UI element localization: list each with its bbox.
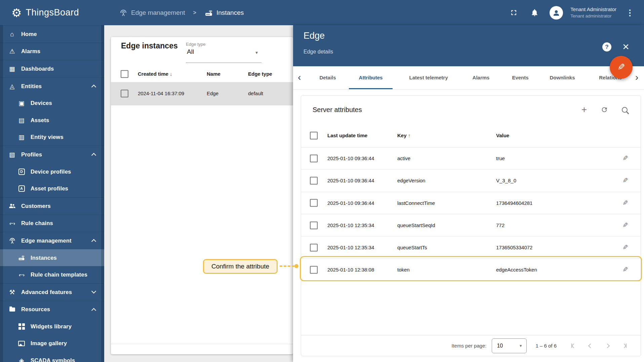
tab-downlinks[interactable]: Downlinks bbox=[550, 66, 575, 89]
sidebar-item-advanced-features[interactable]: ⚒ Advanced features bbox=[0, 283, 104, 301]
edit-attribute-icon[interactable]: ✎ bbox=[618, 170, 632, 191]
help-icon[interactable]: ? bbox=[602, 42, 611, 51]
page-title: Edge instances bbox=[121, 41, 178, 50]
table-row-highlighted[interactable]: 2025-01-10 12:38:08 token edgeAccessToke… bbox=[301, 259, 641, 281]
last-page-icon[interactable] bbox=[622, 343, 627, 348]
table-row[interactable]: 2025-01-10 09:36:44 edgeVersion V_3_8_0 … bbox=[301, 170, 641, 192]
edit-attribute-icon[interactable]: ✎ bbox=[618, 214, 632, 236]
customers-icon bbox=[7, 202, 17, 210]
table-row[interactable]: 2025-01-10 09:36:44 lastConnectTime 1736… bbox=[301, 192, 641, 214]
sidebar-scrollbar-left[interactable] bbox=[0, 25, 3, 362]
sort-desc-icon: ↓ bbox=[170, 71, 172, 77]
tabs-scroll-right-icon[interactable]: › bbox=[635, 66, 638, 88]
select-all-checkbox[interactable] bbox=[121, 70, 128, 78]
column-created-time[interactable]: Created time ↓ bbox=[138, 66, 172, 82]
sidebar-item-resources[interactable]: Resources bbox=[0, 301, 104, 318]
sidebar-item-profiles[interactable]: ▧ Profiles bbox=[0, 146, 104, 163]
row-checkbox[interactable] bbox=[310, 154, 318, 162]
row-checkbox[interactable] bbox=[310, 199, 318, 207]
breadcrumb-section[interactable]: Edge management bbox=[131, 9, 185, 16]
cell-last-update-time: 2025-01-10 12:38:08 bbox=[327, 259, 374, 281]
select-all-checkbox[interactable] bbox=[310, 132, 318, 140]
table-row[interactable]: 2025-01-10 12:35:34 queueStartSeqId 772 … bbox=[301, 214, 641, 237]
user-avatar[interactable] bbox=[550, 6, 563, 20]
tab-events[interactable]: Events bbox=[512, 66, 528, 89]
more-menu-icon[interactable]: ⋮ bbox=[626, 8, 634, 17]
app-logo[interactable]: ⚙ ThingsBoard bbox=[0, 0, 104, 25]
tabs-scroll-left-icon[interactable]: ‹ bbox=[298, 66, 301, 88]
row-checkbox[interactable] bbox=[310, 221, 318, 229]
sidebar-item-alarms[interactable]: ⚠ Alarms bbox=[0, 43, 104, 60]
column-edge-type[interactable]: Edge type bbox=[248, 66, 272, 82]
dropdown-caret-icon[interactable]: ▾ bbox=[255, 50, 258, 55]
sidebar-item-dashboards[interactable]: ▦ Dashboards bbox=[0, 60, 104, 77]
instances-icon bbox=[204, 8, 213, 17]
sidebar-item-rule-chains[interactable]: ‹··› Rule chains bbox=[0, 215, 104, 232]
sidebar-item-entity-views[interactable]: ▥ Entity views bbox=[0, 129, 104, 146]
sidebar-item-label: Rule chains bbox=[21, 220, 53, 226]
home-icon: ⌂ bbox=[7, 31, 17, 37]
user-name: Tenant Administrator bbox=[570, 6, 616, 13]
instances-table-header: Created time ↓ Name Edge type bbox=[111, 66, 293, 82]
sidebar: ⚙ ThingsBoard ⌂ Home ⚠ Alarms ▦ Dashboar… bbox=[0, 0, 104, 362]
table-row[interactable]: 2025-01-10 09:36:44 active true ✎ bbox=[301, 147, 641, 170]
table-row[interactable]: 2025-01-10 12:35:34 queueStartTs 1736505… bbox=[301, 237, 641, 259]
edit-attribute-icon[interactable]: ✎ bbox=[618, 147, 632, 169]
tab-details[interactable]: Details bbox=[319, 66, 336, 89]
sidebar-item-rule-chain-templates[interactable]: ‹··› Rule chain templates bbox=[0, 266, 104, 283]
sidebar-item-assets[interactable]: ▤ Assets bbox=[0, 112, 104, 129]
sidebar-item-image-gallery[interactable]: Image gallery bbox=[0, 335, 104, 352]
sidebar-scrollbar-right[interactable] bbox=[101, 25, 104, 362]
edge-type-filter-value[interactable]: All bbox=[187, 48, 194, 56]
edit-attribute-icon[interactable]: ✎ bbox=[618, 237, 632, 258]
next-page-icon[interactable] bbox=[606, 344, 609, 348]
sidebar-item-scada-symbols[interactable]: ◈ SCADA symbols bbox=[0, 352, 104, 362]
column-key[interactable]: Key ↑ bbox=[397, 124, 410, 147]
row-checkbox[interactable] bbox=[310, 266, 318, 274]
sidebar-item-device-profiles[interactable]: D Device profiles bbox=[0, 163, 104, 180]
cell-key: edgeVersion bbox=[397, 170, 425, 191]
items-per-page-label: Items per page: bbox=[451, 343, 486, 349]
first-page-icon[interactable] bbox=[571, 343, 575, 348]
profiles-icon: ▧ bbox=[7, 151, 17, 158]
tab-alarms[interactable]: Alarms bbox=[473, 66, 490, 89]
tab-attributes[interactable]: Attributes bbox=[359, 66, 383, 89]
row-checkbox[interactable] bbox=[121, 90, 128, 98]
tabs-bar: ‹ Details Attributes Latest telemetry Al… bbox=[293, 66, 644, 89]
sidebar-item-customers[interactable]: Customers bbox=[0, 197, 104, 215]
device-profiles-icon: D bbox=[17, 169, 26, 175]
sidebar-item-home[interactable]: ⌂ Home bbox=[0, 25, 104, 43]
edit-attribute-icon[interactable]: ✎ bbox=[618, 259, 632, 281]
sidebar-item-widgets-library[interactable]: Widgets library bbox=[0, 318, 104, 335]
edit-attribute-icon[interactable]: ✎ bbox=[618, 192, 632, 214]
column-value[interactable]: Value bbox=[496, 124, 509, 147]
previous-page-icon[interactable] bbox=[589, 344, 592, 348]
sidebar-item-asset-profiles[interactable]: A Asset profiles bbox=[0, 180, 104, 197]
fullscreen-icon[interactable] bbox=[508, 7, 519, 19]
sidebar-item-entities[interactable]: ◬ Entities bbox=[0, 77, 104, 95]
sidebar-item-instances[interactable]: Instances bbox=[0, 249, 104, 266]
notifications-bell-icon[interactable] bbox=[529, 7, 540, 19]
edit-fab-button[interactable]: ✎ bbox=[610, 56, 633, 79]
close-icon[interactable]: × bbox=[622, 40, 629, 53]
tab-latest-telemetry[interactable]: Latest telemetry bbox=[409, 66, 448, 89]
column-name[interactable]: Name bbox=[207, 66, 220, 82]
user-info[interactable]: Tenant Administrator Tenant administrato… bbox=[570, 6, 616, 19]
table-row[interactable]: 2024-11-04 16:37:09 Edge default bbox=[111, 82, 293, 105]
refresh-icon[interactable] bbox=[600, 106, 608, 114]
search-icon[interactable] bbox=[620, 106, 629, 114]
column-last-update-time[interactable]: Last update time bbox=[327, 124, 367, 147]
thingsboard-logo-icon: ⚙ bbox=[11, 6, 22, 20]
sidebar-item-devices[interactable]: ▣ Devices bbox=[0, 95, 104, 112]
sidebar-menu: ⌂ Home ⚠ Alarms ▦ Dashboards ◬ Entities … bbox=[0, 25, 104, 362]
rule-chains-icon: ‹··› bbox=[7, 220, 17, 226]
items-per-page-select[interactable]: 10 ▾ bbox=[492, 338, 527, 353]
app-root: ⚙ ThingsBoard ⌂ Home ⚠ Alarms ▦ Dashboar… bbox=[0, 0, 644, 362]
cell-key: queueStartTs bbox=[397, 237, 427, 258]
paginator-nav bbox=[571, 343, 627, 348]
row-checkbox[interactable] bbox=[310, 244, 318, 251]
sidebar-item-edge-management[interactable]: Edge management bbox=[0, 232, 104, 249]
add-attribute-icon[interactable]: + bbox=[580, 106, 588, 114]
row-checkbox[interactable] bbox=[310, 177, 318, 184]
app-title: ThingsBoard bbox=[26, 7, 79, 18]
